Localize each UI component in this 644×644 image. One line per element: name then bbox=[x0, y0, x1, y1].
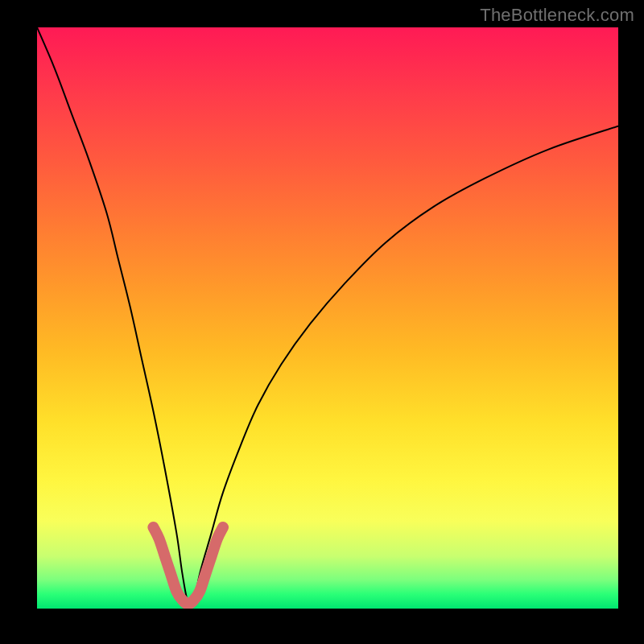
watermark-text: TheBottleneck.com bbox=[480, 5, 634, 26]
highlight-segment-path bbox=[153, 527, 223, 604]
plot-area bbox=[37, 27, 618, 609]
curve-layer bbox=[37, 27, 618, 609]
chart-frame: TheBottleneck.com bbox=[0, 0, 644, 644]
bottleneck-curve-path bbox=[37, 27, 618, 607]
